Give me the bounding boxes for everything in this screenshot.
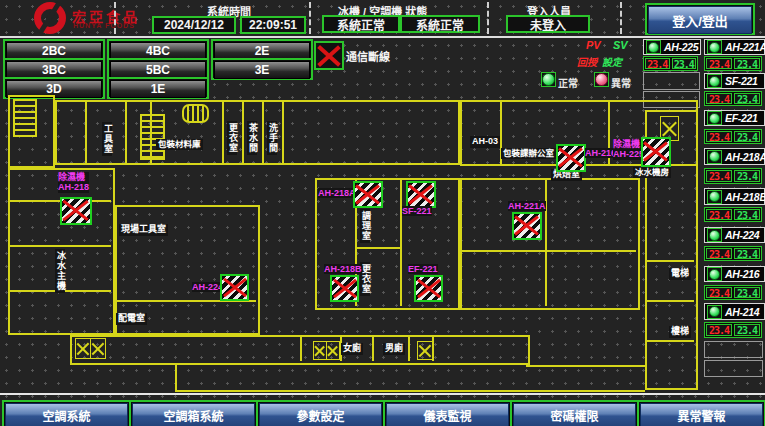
device-tag: 除濕機AH-225 bbox=[613, 139, 644, 160]
door-x-icon bbox=[417, 341, 433, 360]
header-separator bbox=[620, 2, 622, 34]
unit-led bbox=[709, 306, 720, 317]
device-tag: EF-221 bbox=[408, 264, 438, 274]
header-separator bbox=[114, 2, 116, 34]
device-fault-icon[interactable] bbox=[641, 137, 671, 167]
unit-row-ah-225[interactable]: AH-225 bbox=[643, 39, 701, 55]
unit-led bbox=[709, 151, 720, 162]
legend-abnormal-label: 異常 bbox=[611, 75, 631, 90]
pv-header: PV bbox=[586, 39, 601, 51]
unit-row-ah-218b[interactable]: AH-218B bbox=[704, 188, 765, 205]
room-label: AH-03 bbox=[470, 136, 500, 148]
room-label: 男廁 bbox=[383, 343, 405, 355]
device-fault-icon[interactable] bbox=[220, 274, 249, 301]
unit-values-ef-221: 23.423.4 bbox=[704, 129, 762, 144]
comm-loss-label: 通信斷線 bbox=[346, 48, 390, 64]
device-tag: SF-221 bbox=[402, 206, 432, 216]
room-label: 洗手間 bbox=[267, 121, 277, 155]
login-logout-button[interactable]: 登入/登出 bbox=[645, 3, 755, 35]
unit-row-ah-216[interactable]: AH-216 bbox=[704, 266, 765, 282]
hmi-screen: 宏亞食品 HUNYA FOODS 系統時間 2024/12/12 22:09:5… bbox=[0, 0, 765, 426]
room-label: 工具室 bbox=[102, 122, 112, 156]
system-time-value: 22:09:51 bbox=[240, 16, 306, 34]
sv-header: SV bbox=[613, 39, 628, 51]
unit-row-ah-221a[interactable]: AH-221A bbox=[704, 39, 765, 55]
room-label: 包裝課辦公室 bbox=[501, 148, 556, 159]
room-label: 女廁 bbox=[341, 343, 363, 355]
device-tag: AH-218B bbox=[324, 264, 362, 274]
unit-led bbox=[648, 42, 659, 53]
sv-subheader: 設定 bbox=[602, 54, 622, 69]
unit-row-ah-218a[interactable]: AH-218A bbox=[704, 148, 765, 165]
zone-button-3e[interactable]: 3E bbox=[211, 58, 313, 80]
footer-button-meter-monitor[interactable]: 儀表監視 bbox=[383, 400, 512, 426]
footer-button-alarm[interactable]: 異常警報 bbox=[637, 400, 765, 426]
legend-abnormal-icon bbox=[594, 72, 609, 87]
unit-led bbox=[709, 42, 720, 53]
comm-loss-icon bbox=[314, 41, 344, 70]
door-x-icon bbox=[90, 338, 106, 359]
room-label: 樓梯 bbox=[669, 326, 691, 338]
device-tag: 除濕機AH-218 bbox=[58, 172, 89, 193]
system-date-value: 2024/12/12 bbox=[152, 16, 236, 34]
unit-led bbox=[709, 191, 720, 202]
unit-row-ah-224[interactable]: AH-224 bbox=[704, 227, 765, 243]
fan-coil-icon bbox=[182, 104, 209, 123]
door-x-icon bbox=[326, 341, 340, 360]
legend-normal-icon bbox=[541, 72, 556, 87]
footer-button-parameters[interactable]: 參數設定 bbox=[256, 400, 385, 426]
device-fault-icon[interactable] bbox=[512, 212, 542, 240]
empty-slot bbox=[643, 72, 700, 90]
unit-row-ah-214[interactable]: AH-214 bbox=[704, 303, 765, 320]
device-tag: AH-224 bbox=[192, 282, 223, 292]
unit-values-ah-225: 23.423.4 bbox=[643, 56, 698, 71]
device-fault-icon[interactable] bbox=[414, 275, 443, 302]
room-label: 更衣室 bbox=[227, 121, 237, 155]
room-label: 包裝材料庫 bbox=[156, 139, 203, 150]
ahu-status-value: 系統正常 bbox=[400, 15, 480, 33]
unit-row-ef-221[interactable]: EF-221 bbox=[704, 110, 765, 126]
room-label: 茶水間 bbox=[247, 121, 257, 155]
header-bar: 宏亞食品 HUNYA FOODS 系統時間 2024/12/12 22:09:5… bbox=[0, 0, 765, 38]
legend-normal-label: 正常 bbox=[558, 75, 578, 90]
unit-row-sf-221[interactable]: SF-221 bbox=[704, 73, 765, 89]
device-fault-icon[interactable] bbox=[60, 197, 92, 225]
device-fault-icon[interactable] bbox=[556, 144, 586, 172]
device-fault-icon[interactable] bbox=[353, 181, 383, 208]
room-label: 電梯 bbox=[669, 268, 691, 280]
room-label: 調理室 bbox=[360, 209, 370, 243]
device-fault-icon[interactable] bbox=[406, 181, 436, 208]
logo-subtitle: HUNYA FOODS bbox=[73, 22, 135, 29]
room-label: 冰水機房 bbox=[633, 167, 671, 178]
door-x-icon bbox=[313, 341, 327, 360]
device-tag: AH-221A bbox=[508, 201, 546, 211]
empty-slot bbox=[704, 360, 763, 377]
unit-led bbox=[709, 76, 720, 87]
empty-slot bbox=[704, 341, 763, 358]
footer-button-hvac-system[interactable]: 空調系統 bbox=[2, 400, 131, 426]
footer-button-password-auth[interactable]: 密碼權限 bbox=[510, 400, 639, 426]
stairs-icon bbox=[140, 114, 165, 160]
unit-values-ah-224: 23.423.4 bbox=[704, 246, 762, 261]
unit-led bbox=[709, 113, 720, 124]
header-separator bbox=[309, 2, 311, 34]
footer-divider bbox=[0, 393, 765, 395]
unit-led bbox=[709, 230, 720, 241]
unit-values-ah-218a: 23.423.4 bbox=[704, 168, 762, 184]
login-person-value: 未登入 bbox=[506, 15, 590, 33]
pv-subheader: 回授 bbox=[577, 54, 597, 69]
unit-values-ah-214: 23.423.4 bbox=[704, 322, 762, 338]
device-tag: AH-218A bbox=[318, 188, 356, 198]
unit-values-ah-218b: 23.423.4 bbox=[704, 207, 762, 222]
unit-values-ah-221a: 23.423.4 bbox=[704, 56, 762, 71]
footer-button-ahu-system[interactable]: 空調箱系統 bbox=[129, 400, 258, 426]
zone-button-1e[interactable]: 1E bbox=[107, 77, 209, 99]
chiller-status-value: 系統正常 bbox=[322, 15, 400, 33]
stairs-icon bbox=[13, 99, 37, 137]
room-label: 現場工具室 bbox=[119, 224, 168, 236]
device-tag: AH-216 bbox=[585, 148, 616, 158]
device-fault-icon[interactable] bbox=[330, 275, 359, 302]
room-label: 配電室 bbox=[116, 313, 147, 325]
room-label: 冰水主機 bbox=[55, 249, 65, 293]
header-separator bbox=[487, 2, 489, 34]
